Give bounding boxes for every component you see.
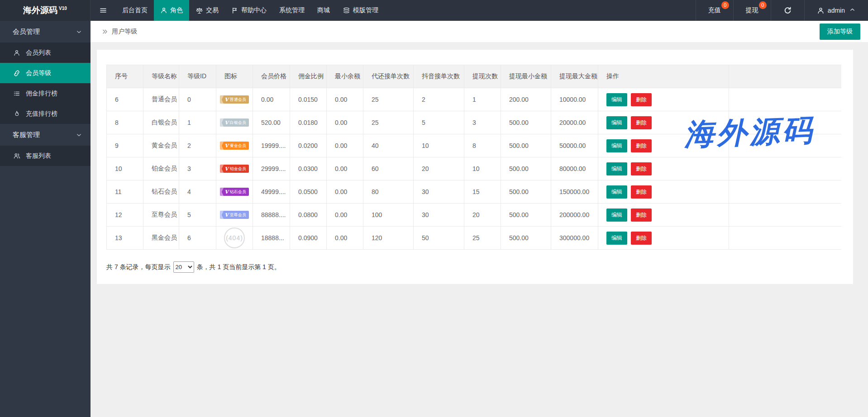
recharge-button[interactable]: 充值 0	[696, 0, 733, 21]
cell-name: 铂金会员	[143, 157, 179, 180]
delete-button[interactable]: 删除	[631, 232, 652, 245]
level-badge-label: 至尊会员	[230, 212, 246, 218]
badge-v-glyph: V	[224, 166, 229, 172]
refresh-icon	[783, 6, 792, 15]
actions-cell: 编辑删除	[598, 180, 729, 204]
cell-withdraw_times: 15	[464, 180, 501, 204]
edit-button[interactable]: 编辑	[606, 185, 627, 199]
delete-button[interactable]: 删除	[631, 185, 652, 199]
nav-tab[interactable]: 角色	[154, 0, 189, 21]
per-page-select[interactable]: 20	[173, 261, 194, 273]
column-header	[729, 65, 842, 88]
sidebar-item[interactable]: 会员等级	[0, 63, 91, 83]
cell-no: 10	[107, 157, 143, 180]
cell-min_balance: 0.00	[327, 134, 363, 157]
empty-cell	[729, 180, 842, 204]
column-header: 操作	[598, 65, 729, 88]
level-badge-icon: V至尊会员	[220, 211, 249, 219]
recharge-label: 充值	[708, 6, 721, 14]
empty-cell	[729, 111, 842, 134]
cell-min_balance: 0.00	[327, 88, 363, 111]
level-badge-icon: V铂金会员	[220, 165, 249, 173]
level-badge-icon: V钻石会员	[220, 188, 249, 196]
empty-cell	[729, 227, 842, 250]
edit-button[interactable]: 编辑	[606, 208, 627, 222]
menu-toggle-button[interactable]	[91, 0, 116, 21]
cell-withdraw_min: 200.00	[501, 88, 551, 111]
nav-tab[interactable]: 模版管理	[336, 0, 385, 21]
admin-user-menu[interactable]: admin	[804, 0, 868, 21]
cell-repay_orders: 25	[363, 88, 414, 111]
main-content: 用户等级 添加等级 序号等级名称等级ID图标会员价格佣金比例最小余额代还接单次数…	[91, 21, 868, 417]
cell-douyin_orders: 30	[414, 204, 464, 227]
sidebar-group-header[interactable]: 会员管理	[0, 21, 91, 43]
delete-button[interactable]: 删除	[631, 139, 652, 152]
cell-withdraw_min: 500.00	[501, 204, 551, 227]
delete-button[interactable]: 删除	[631, 208, 652, 222]
table-row: 10铂金会员3V铂金会员29999....0.03000.00602010500…	[107, 157, 842, 180]
edit-button[interactable]: 编辑	[606, 232, 627, 245]
column-header: 抖音接单次数	[414, 65, 464, 88]
sidebar-item-label: 会员列表	[26, 49, 51, 57]
cell-withdraw_min: 500.00	[501, 134, 551, 157]
cell-ratio: 0.0900	[290, 227, 327, 250]
delete-button[interactable]: 删除	[631, 116, 652, 129]
column-header: 提现最大金额	[551, 65, 598, 88]
nav-tab[interactable]: 系统管理	[273, 0, 311, 21]
table-row: 6普通会员0V普通会员0.000.01500.002521200.0010000…	[107, 88, 842, 111]
cell-withdraw_times: 1	[464, 88, 501, 111]
admin-username: admin	[828, 7, 845, 14]
cell-level_id: 2	[179, 134, 216, 157]
chevron-down-icon	[76, 132, 82, 138]
table-row: 9黄金会员2V黄金会员19999....0.02000.0040108500.0…	[107, 134, 842, 157]
delete-button[interactable]: 删除	[631, 93, 652, 106]
level-icon-cell: V铂金会员	[216, 157, 253, 180]
sidebar-item-label: 会员等级	[26, 69, 51, 77]
chevron-down-icon	[76, 28, 82, 35]
nav-tab[interactable]: 帮助中心	[225, 0, 273, 21]
users-icon	[13, 152, 21, 160]
sidebar-item[interactable]: 佣金排行榜	[0, 83, 91, 104]
cell-min_balance: 0.00	[327, 227, 363, 250]
cell-price: 0.00	[253, 88, 290, 111]
empty-cell	[729, 134, 842, 157]
edit-button[interactable]: 编辑	[606, 116, 627, 129]
refresh-button[interactable]	[771, 0, 804, 21]
level-icon-cell: V钻石会员	[216, 180, 253, 204]
cell-level_id: 5	[179, 204, 216, 227]
cell-name: 至尊会员	[143, 204, 179, 227]
nav-tab[interactable]: 后台首页	[116, 0, 154, 21]
sidebar-item-label: 佣金排行榜	[26, 90, 57, 98]
edit-button[interactable]: 编辑	[606, 139, 627, 152]
broken-image-icon: (404)	[224, 227, 245, 248]
sidebar-item[interactable]: 充值排行榜	[0, 104, 91, 124]
withdraw-label: 提现	[746, 6, 758, 14]
delete-button[interactable]: 删除	[631, 162, 652, 175]
cell-withdraw_min: 500.00	[501, 111, 551, 134]
cell-repay_orders: 60	[363, 157, 414, 180]
sidebar-item[interactable]: 客服列表	[0, 146, 91, 166]
column-header: 会员价格	[253, 65, 290, 88]
app-logo: 海外源码 V10	[0, 0, 91, 21]
nav-tab[interactable]: 交易	[189, 0, 225, 21]
edit-button[interactable]: 编辑	[606, 162, 627, 175]
edit-button[interactable]: 编辑	[606, 93, 627, 106]
nav-tab[interactable]: 商城	[311, 0, 336, 21]
cell-ratio: 0.0300	[290, 157, 327, 180]
actions-cell: 编辑删除	[598, 134, 729, 157]
nav-menu: 后台首页角色交易帮助中心系统管理商城模版管理	[116, 0, 385, 21]
withdraw-button[interactable]: 提现 0	[733, 0, 771, 21]
topbar-right: 充值 0 提现 0 admin	[696, 0, 868, 21]
table-row: 11钻石会员4V钻石会员49999....0.05000.00803015500…	[107, 180, 842, 204]
add-level-button[interactable]: 添加等级	[820, 24, 860, 40]
cell-ratio: 0.0180	[290, 111, 327, 134]
cell-douyin_orders: 30	[414, 180, 464, 204]
cell-repay_orders: 25	[363, 111, 414, 134]
cell-ratio: 0.0150	[290, 88, 327, 111]
sidebar-item-label: 客服列表	[26, 152, 51, 160]
sidebar-item[interactable]: 会员列表	[0, 43, 91, 63]
level-badge-icon: V黄金会员	[220, 142, 249, 150]
level-icon-cell: V至尊会员	[216, 204, 253, 227]
layers-icon	[343, 7, 350, 14]
sidebar-group-header[interactable]: 客服管理	[0, 124, 91, 146]
